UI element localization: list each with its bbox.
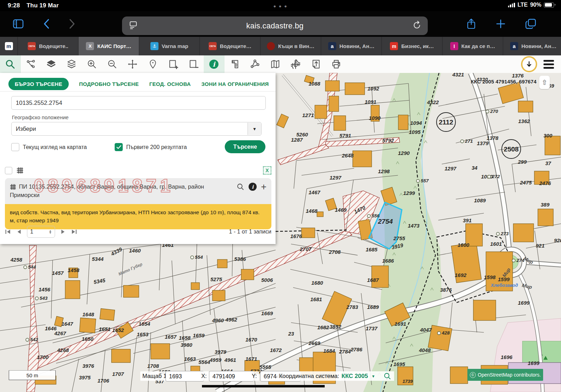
tab-restriction-zones[interactable]: ЗОНИ НА ОГРАНИЧЕНИЯ [201,81,269,87]
select-remove-rect-icon[interactable] [183,55,204,73]
cellular-signal-icon [508,3,515,7]
download-button[interactable] [521,56,537,72]
select-all-checkbox[interactable] [5,167,12,174]
prev-page-icon[interactable] [16,229,21,235]
parcel-label: 1691 [394,321,406,327]
browser-tab-2[interactable]: ⚓Varna map [139,37,200,55]
result-row[interactable]: ПИ 10135.2552.2754, област Варна, община… [5,178,271,204]
menu-button[interactable] [543,60,554,69]
share-button[interactable] [464,16,479,32]
result-add-icon[interactable]: + [261,183,266,190]
first200-checkbox-row[interactable]: Първите 200 резултата [115,143,187,151]
zoom-in-tool-icon[interactable] [82,55,102,73]
multitask-dots-icon: ● ● ● [0,4,561,9]
browser-tab-0[interactable]: СЕГАВодещите.. [18,37,79,55]
browser-tab-4[interactable]: ●Къщи в Вин… [261,37,321,55]
checkbox-label: Текущ изглед на картата [23,144,87,150]
tab-favicon: X [86,42,94,50]
checkbox-checked[interactable] [115,143,123,151]
first-page-icon[interactable] [5,229,11,235]
geo-select[interactable]: Избери ▼ [11,122,262,136]
search-input[interactable]: 10135.2552.2754 [11,96,266,110]
export-page-icon[interactable] [306,55,326,73]
layers-outline-icon[interactable] [61,55,82,73]
geodetic-point-icon [488,175,491,178]
osm-attribution[interactable]: © OpenStreetMap contributors. [467,369,543,381]
checkbox-unchecked[interactable] [11,143,19,151]
parcel-label: 273 [500,231,509,236]
parcel-label: 1091 [365,99,376,105]
parcel-label: 1654 [138,321,150,327]
parcel-label: 5792 [382,137,394,143]
route-tool-icon[interactable] [21,55,41,73]
browser-tab-8[interactable]: aНовини, Ан… [503,37,561,55]
x-input[interactable]: 4791409 [209,371,254,381]
parcel-label: 1692 [455,272,467,278]
parcel-label: 2755 [393,235,405,241]
tab-quick-search[interactable]: БЪРЗО ТЪРСЕНЕ [8,78,69,90]
measure-area-icon[interactable] [245,55,265,73]
parcel-label: 300 [543,133,553,138]
search-tool-button[interactable] [0,55,21,73]
parcel-label: 2669 [308,340,320,346]
zoom-out-tool-icon[interactable] [102,55,122,73]
browser-tab-3[interactable]: СЕГАВодещите… [200,37,261,55]
tab-favicon: ● [267,42,275,50]
parcel-label: 2508 [504,146,519,153]
parcel-label: 1458 [68,267,80,273]
tabs-overview-button[interactable] [523,16,539,32]
back-button[interactable] [39,16,54,32]
layers-filled-icon[interactable] [41,55,61,73]
browser-tab-6[interactable]: mБизнес, ик… [382,37,442,55]
parcel-label: 2475 [520,180,532,185]
print-icon[interactable] [326,55,346,73]
parcel-label: 554 [195,255,203,260]
current-view-checkbox-row[interactable]: Текущ изглед на картата [11,143,87,151]
y-label: Y: [250,371,259,381]
parcel-label: 1737 [366,325,378,331]
crs-select[interactable]: ККС 2005 ▼ [339,371,394,381]
tab-detailed-search[interactable]: ПОДРОБНО ТЪРСЕНЕ [79,81,139,87]
parcel-label: 3980 [181,342,192,348]
export-excel-button[interactable]: X [263,166,271,175]
browser-tab-5[interactable]: aНовини, Ан… [321,37,382,55]
info-tool-button[interactable]: i [204,55,224,73]
chevron-down-icon[interactable]: ▼ [248,123,261,135]
parcel-label: 4268 [57,347,69,353]
url-text: kais.cadastre.bg [137,21,412,31]
zoom-to-result-icon[interactable] [237,183,244,191]
measure-length-icon[interactable] [224,55,245,73]
map-icon[interactable] [265,55,285,73]
tab-favicon: a [510,42,518,50]
result-info-icon[interactable]: i [249,183,257,191]
reload-button[interactable] [412,21,421,31]
coordinate-grid-icon[interactable] [285,55,306,73]
page-settings-icon[interactable] [129,21,137,31]
tab-geodetic-basis[interactable]: ГЕОД. ОСНОВА [149,81,191,87]
tab-partial[interactable]: m [0,37,18,55]
coordinates-search-icon[interactable] [384,372,391,380]
stepper-arrows-icon[interactable]: ▲▼ [49,230,52,234]
chevron-down-icon[interactable]: ▼ [371,374,375,378]
parcel-label: 1700 [37,354,49,360]
browser-tab-1[interactable]: XКАИС Порт… [79,37,139,55]
sidebar-toggle-button[interactable] [11,16,26,32]
new-tab-button[interactable] [493,16,508,32]
north-arrow-icon[interactable]: ⇧ [539,76,550,89]
select-add-rect-icon[interactable] [163,55,183,73]
parcel-label: 1696 [501,354,513,360]
divider-bar [202,385,325,387]
forward-button[interactable] [65,16,80,32]
browser-tab-7[interactable]: IКак да се п… [442,37,503,55]
parcel-label: 1672 [270,347,282,353]
location-pin-icon[interactable] [143,55,163,73]
parcel-label: 4960 [212,317,224,323]
geodetic-point-icon [24,266,27,269]
next-page-icon[interactable] [61,229,66,235]
last-page-icon[interactable] [71,229,77,235]
page-number-input[interactable]: 1 ▲▼ [27,226,55,238]
pan-tool-icon[interactable] [122,55,143,73]
address-bar[interactable]: kais.cadastre.bg [122,16,428,35]
scale-input[interactable]: 1693 [165,371,204,381]
search-button[interactable]: Търсене [225,140,265,153]
